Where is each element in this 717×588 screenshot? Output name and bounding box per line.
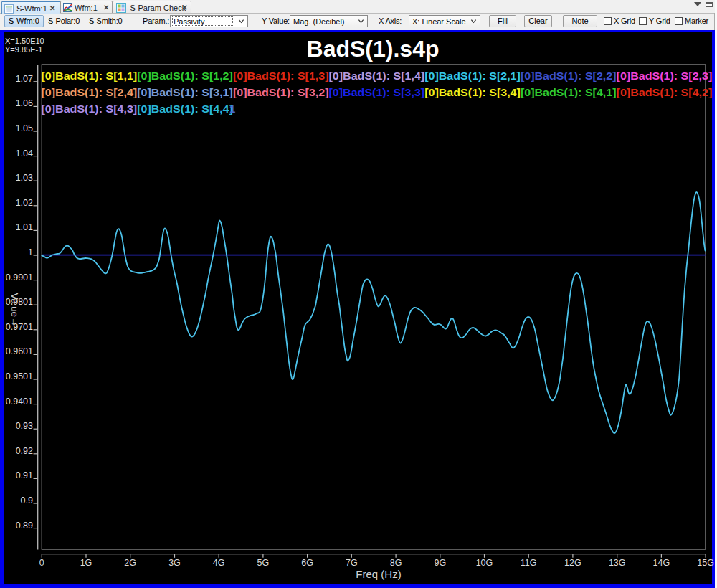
svg-text:4G: 4G — [213, 558, 225, 568]
svg-text:[0]BadS(1): S[2,1]: [0]BadS(1): S[2,1] — [424, 70, 521, 82]
svg-text:0.93: 0.93 — [16, 421, 33, 431]
svg-text:14G: 14G — [653, 558, 670, 568]
svg-text:0.9501: 0.9501 — [6, 371, 33, 381]
svg-text:[0]BadS(1): S[4,2]: [0]BadS(1): S[4,2] — [617, 86, 713, 98]
svg-text:X=1.50E10: X=1.50E10 — [5, 37, 44, 45]
svg-text:[0]BadS(1): S[3,1]: [0]BadS(1): S[3,1] — [137, 86, 233, 98]
svg-text:1.05: 1.05 — [16, 123, 33, 133]
svg-text:[0]BadS(1): S[1,4]: [0]BadS(1): S[1,4] — [329, 70, 425, 82]
svg-text:0.91: 0.91 — [16, 470, 33, 480]
svg-text:11G: 11G — [521, 558, 537, 568]
svg-text:7G: 7G — [346, 558, 358, 568]
svg-text:15G: 15G — [697, 558, 714, 568]
svg-text:[0]BadS(1): S[3,3]: [0]BadS(1): S[3,3] — [329, 86, 425, 98]
svg-text:0.92: 0.92 — [16, 446, 33, 456]
svg-text:3G: 3G — [168, 558, 181, 568]
svg-text:[0]BadS(1): S[3,2]: [0]BadS(1): S[3,2] — [233, 86, 329, 98]
svg-text:1G: 1G — [80, 558, 92, 568]
svg-text:12G: 12G — [564, 558, 581, 568]
svg-text:1.01: 1.01 — [16, 222, 33, 232]
svg-text:1.04: 1.04 — [16, 148, 33, 158]
svg-text:6G: 6G — [301, 558, 313, 568]
svg-text:0.9601: 0.9601 — [6, 346, 33, 356]
svg-text:1: 1 — [229, 103, 235, 115]
svg-text:2G: 2G — [124, 558, 136, 568]
svg-text:[0]BadS(1): S[1,3]: [0]BadS(1): S[1,3] — [233, 70, 329, 82]
svg-text:[0]BadS(1): S[1,1]: [0]BadS(1): S[1,1] — [42, 70, 138, 82]
svg-text:0.9901: 0.9901 — [6, 272, 33, 283]
svg-text:8G: 8G — [390, 558, 402, 568]
svg-text:0.9401: 0.9401 — [6, 397, 33, 407]
svg-text:[0]BadS(1): S[4,4]: [0]BadS(1): S[4,4] — [137, 103, 233, 115]
svg-text:9G: 9G — [434, 558, 446, 568]
svg-text:1.06: 1.06 — [16, 98, 33, 108]
svg-text:[0]BadS(1): S[2,3]: [0]BadS(1): S[2,3] — [617, 70, 713, 82]
svg-text:[0]BadS(1): S[4,3]: [0]BadS(1): S[4,3] — [42, 103, 138, 115]
svg-text:[0]BadS(1): S[2,4]: [0]BadS(1): S[2,4] — [42, 86, 138, 98]
svg-text:[0]BadS(1): S[2,2]: [0]BadS(1): S[2,2] — [521, 70, 617, 82]
svg-text:1.03: 1.03 — [16, 173, 33, 183]
svg-text:1: 1 — [28, 247, 33, 257]
svg-text:Y=9.85E-1: Y=9.85E-1 — [5, 45, 42, 54]
svg-text:5G: 5G — [257, 558, 270, 568]
svg-text:10G: 10G — [476, 558, 493, 568]
svg-text:BadS(1).s4p: BadS(1).s4p — [307, 36, 440, 62]
svg-text:1.02: 1.02 — [16, 198, 33, 208]
svg-text:0.9: 0.9 — [21, 495, 33, 506]
svg-text:1.07: 1.07 — [16, 74, 33, 84]
svg-text:0: 0 — [39, 558, 44, 568]
svg-text:[0]BadS(1): S[1,2]: [0]BadS(1): S[1,2] — [137, 70, 233, 82]
svg-text:Freq (Hz): Freq (Hz) — [356, 568, 401, 580]
svg-text:Value→: Value→ — [9, 293, 20, 326]
svg-text:13G: 13G — [609, 558, 626, 568]
svg-text:[0]BadS(1): S[3,4]: [0]BadS(1): S[3,4] — [424, 86, 521, 98]
svg-text:[0]BadS(1): S[4,1]: [0]BadS(1): S[4,1] — [521, 86, 617, 98]
svg-text:0.89: 0.89 — [16, 521, 33, 531]
